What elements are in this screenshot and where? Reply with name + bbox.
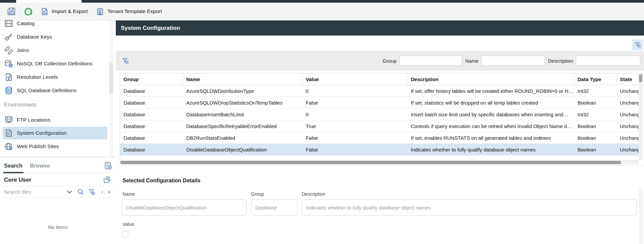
scrollbar-corner xyxy=(639,160,643,164)
sidebar-item-label: System Configuration xyxy=(17,130,66,136)
table-vertical-scrollbar[interactable] xyxy=(639,73,643,160)
active-window-tab[interactable] xyxy=(16,0,82,3)
cell-name: DisableDatabaseObjectQualification xyxy=(183,144,302,155)
content-subheader xyxy=(116,36,644,51)
cell-data-type: Boolean xyxy=(574,132,616,143)
configuration-table: Group Name Value Description Data Type S… xyxy=(120,73,639,164)
cell-group: Database xyxy=(120,97,183,108)
details-group-input[interactable] xyxy=(251,199,298,216)
cell-state: Unchanged xyxy=(616,85,639,97)
search-button[interactable] xyxy=(77,188,85,196)
details-name-input[interactable] xyxy=(122,199,247,216)
tab-browse[interactable]: Browse xyxy=(30,158,50,173)
sidebar-item-label: SQL Database Definitions xyxy=(17,87,77,94)
next-result-button[interactable] xyxy=(107,189,112,195)
tenant-template-export-label: Tenant Template Export xyxy=(107,8,162,14)
sidebar-item-label: FTP Locations xyxy=(17,117,50,123)
cell-state: Unchanged xyxy=(616,120,639,132)
table-row-selected[interactable]: Database DisableDatabaseObjectQualificat… xyxy=(120,144,639,156)
tenant-template-export-icon xyxy=(96,7,105,16)
database-keys-icon xyxy=(4,32,13,42)
sidebar-item-database-keys[interactable]: Database Keys xyxy=(3,30,107,43)
column-header-value[interactable]: Value xyxy=(302,73,407,85)
sidebar-item-web-publish-sites[interactable]: Web Publish Sites xyxy=(3,140,107,153)
web-publish-sites-icon xyxy=(4,142,13,151)
cell-data-type: Boolean xyxy=(574,144,616,155)
sidebar-item-label: Database Keys xyxy=(17,34,52,40)
details-description-label: Description xyxy=(302,191,325,197)
sidebar-item-label: Web Publish Sites xyxy=(17,143,59,149)
sidebar-item-ftp-locations[interactable]: FTP Locations xyxy=(3,114,107,126)
cell-state: Unchanged xyxy=(616,132,639,143)
cell-description: If set, enables RUNSTATS on all generate… xyxy=(407,132,574,143)
filter-description-label: Description xyxy=(540,58,573,64)
sidebar-item-catalog[interactable]: Catalog xyxy=(3,17,107,30)
filter-description-input[interactable] xyxy=(576,56,640,66)
table-row-partial[interactable] xyxy=(120,156,639,160)
cell-description: Controls if query execution can be retri… xyxy=(407,120,574,132)
active-tab-underline xyxy=(3,172,23,173)
content-header: System Configuration xyxy=(116,20,644,36)
tab-search[interactable]: Search xyxy=(4,158,22,173)
previous-result-button[interactable] xyxy=(99,189,105,195)
cell-group: Database xyxy=(120,144,183,155)
details-value-checkbox[interactable] xyxy=(122,231,128,237)
nosql-db-collection-icon xyxy=(4,59,13,68)
refresh-icon xyxy=(23,7,33,16)
search-panel-tabs: Search Browse xyxy=(0,158,116,173)
sidebar-scrollbar[interactable] xyxy=(109,20,113,157)
column-header-description[interactable]: Description xyxy=(407,73,574,85)
cell-state: Unchanged xyxy=(616,144,639,155)
filter-icon xyxy=(121,57,129,65)
sidebar-section-environment: Environment xyxy=(4,102,36,108)
search-files-input[interactable] xyxy=(4,186,61,197)
details-description-input[interactable] xyxy=(302,199,637,216)
cell-data-type: Int32 xyxy=(574,109,616,120)
column-header-name[interactable]: Name xyxy=(183,73,302,85)
cell-description: If set, offer history tables will be cre… xyxy=(407,85,574,97)
column-header-data-type[interactable]: Data Type xyxy=(574,73,616,85)
sidebar-item-nosql-db-collection-definitions[interactable]: NoSQL DB Collection Definitions xyxy=(3,57,107,70)
sidebar-item-label: Catalog xyxy=(17,20,35,26)
cell-name: AzureSQLDWDropStatisticsOnTempTables xyxy=(183,97,302,108)
sidebar-item-label: Joins xyxy=(17,47,29,53)
import-export-label: Import & Export xyxy=(52,8,88,14)
sidebar-item-joins[interactable]: Joins xyxy=(3,44,107,57)
cell-value: False xyxy=(302,97,407,108)
details-scrollbar-track[interactable] xyxy=(639,188,643,244)
cell-state: Unchanged xyxy=(616,109,639,120)
sidebar-item-label: Resolution Levels xyxy=(17,74,58,80)
column-header-group[interactable]: Group xyxy=(120,73,183,85)
grid-filter-toggle-button[interactable] xyxy=(632,39,643,50)
search-filter-button[interactable] xyxy=(88,188,96,196)
table-row[interactable]: Database AzureSQLDWDistributionType 0 If… xyxy=(120,85,639,97)
table-row[interactable]: Database DatabaseSpecificRetryableErrorE… xyxy=(120,120,639,132)
sidebar-item-resolution-levels[interactable]: Resolution Levels xyxy=(3,71,107,83)
add-document-button[interactable] xyxy=(103,161,112,170)
previous-icon xyxy=(99,189,105,195)
sidebar-item-sql-database-definitions[interactable]: SQL Database Definitions xyxy=(3,84,107,97)
cell-data-type: Boolean xyxy=(574,120,616,132)
table-row[interactable]: Database AzureSQLDWDropStatisticsOnTempT… xyxy=(120,97,639,109)
table-horizontal-scrollbar[interactable] xyxy=(120,160,639,164)
resolution-levels-icon xyxy=(4,72,13,82)
next-icon xyxy=(107,189,112,195)
grid-filter-icon-button[interactable] xyxy=(121,57,129,65)
open-folder-button[interactable] xyxy=(102,175,112,184)
filter-name-input[interactable] xyxy=(481,56,545,66)
save-icon xyxy=(7,7,16,16)
filter-group-label: Group xyxy=(363,58,397,64)
cell-group: Database xyxy=(120,132,183,143)
sidebar: Catalog Database Keys Joins NoSQL DB Col… xyxy=(0,20,116,244)
catalog-icon xyxy=(4,19,13,28)
details-name-label: Name xyxy=(122,191,135,197)
table-horizontal-scrollbar-thumb[interactable] xyxy=(120,161,621,164)
table-row[interactable]: Database DatabaseInsertBatchLimit 0 Inse… xyxy=(120,109,639,120)
details-title: Selected Configuration Details xyxy=(122,178,200,184)
search-scope-dropdown[interactable] xyxy=(66,188,73,195)
sidebar-scrollbar-thumb[interactable] xyxy=(109,63,113,94)
table-vertical-scrollbar-thumb[interactable] xyxy=(639,74,642,82)
sidebar-item-system-configuration[interactable]: System Configuration xyxy=(3,127,107,139)
cell-value: 0 xyxy=(302,85,407,97)
table-row[interactable]: Database DB2RunStatsEnabled False If set… xyxy=(120,132,639,144)
